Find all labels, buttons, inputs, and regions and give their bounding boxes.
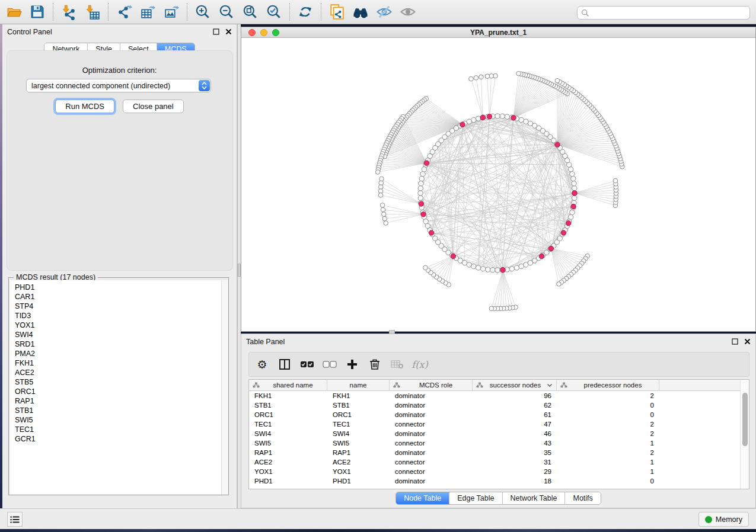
list-item[interactable]: STB5 — [15, 377, 221, 387]
mcds-hub-node[interactable] — [429, 230, 433, 235]
ring-node[interactable] — [422, 167, 426, 172]
optimization-criterion-select[interactable]: largest connected component (undirected) — [26, 79, 211, 92]
gear-icon[interactable]: ⚙ — [255, 357, 269, 371]
ring-node[interactable] — [572, 196, 577, 200]
task-history-button[interactable] — [7, 512, 23, 527]
network-graph[interactable] — [241, 38, 755, 331]
ring-node[interactable] — [570, 176, 575, 181]
tab-edge-table[interactable]: Edge Table — [449, 492, 502, 504]
zoom-selected-icon[interactable] — [264, 2, 284, 21]
leaf-node[interactable] — [469, 76, 474, 81]
table-row[interactable]: ORC1ORC1dominator610 — [249, 410, 740, 419]
mcds-hub-node[interactable] — [571, 204, 576, 209]
mcds-hub-node[interactable] — [421, 212, 426, 217]
mcds-hub-node[interactable] — [561, 230, 566, 235]
leaf-node[interactable] — [474, 76, 479, 81]
column-header-predecessor[interactable]: predecessor nodes — [557, 380, 659, 390]
list-item[interactable]: RAP1 — [15, 396, 221, 406]
ring-node[interactable] — [572, 186, 577, 191]
mcds-hub-node[interactable] — [460, 122, 465, 127]
list-item[interactable]: STP4 — [15, 302, 221, 311]
leaf-node[interactable] — [380, 203, 385, 208]
leaf-node[interactable] — [479, 75, 484, 79]
leaf-node[interactable] — [557, 282, 562, 287]
tab-network-table[interactable]: Network Table — [503, 492, 566, 504]
list-item[interactable]: TID3 — [15, 311, 221, 321]
import-network-icon[interactable] — [59, 2, 79, 21]
list-item[interactable]: PMA2 — [15, 349, 221, 358]
column-header-mcds_role[interactable]: MCDS role — [390, 380, 473, 390]
ring-node[interactable] — [524, 119, 528, 124]
ring-node[interactable] — [568, 167, 573, 172]
table-row[interactable]: ACE2ACE2connector311 — [249, 457, 740, 467]
ring-node[interactable] — [480, 266, 485, 271]
leaf-node[interactable] — [381, 207, 385, 212]
table-row[interactable]: FKH1FKH1dominator962 — [249, 391, 740, 400]
ring-node[interactable] — [570, 210, 575, 214]
split-columns-icon[interactable] — [277, 357, 292, 371]
leaf-node[interactable] — [384, 221, 388, 226]
ring-node[interactable] — [514, 265, 519, 270]
float-window-icon[interactable] — [213, 28, 219, 35]
mcds-hub-node[interactable] — [500, 267, 505, 272]
ring-node[interactable] — [418, 196, 423, 200]
ring-node[interactable] — [418, 191, 423, 196]
list-item[interactable]: GCR1 — [15, 434, 221, 444]
ring-node[interactable] — [495, 268, 500, 273]
ring-node[interactable] — [471, 264, 476, 268]
ring-node[interactable] — [418, 186, 423, 191]
select-all-checkboxes-icon[interactable] — [300, 357, 314, 371]
list-item[interactable]: CAR1 — [15, 292, 221, 302]
sort-descending-icon[interactable] — [547, 383, 553, 387]
mcds-hub-node[interactable] — [555, 142, 560, 147]
leaf-node[interactable] — [378, 193, 383, 198]
float-window-icon[interactable] — [732, 338, 738, 345]
export-image-icon[interactable] — [161, 2, 181, 21]
ring-node[interactable] — [476, 265, 480, 270]
ring-node[interactable] — [471, 117, 476, 122]
ring-node[interactable] — [509, 266, 514, 271]
close-icon[interactable] — [744, 338, 751, 345]
list-item[interactable]: SWI4 — [15, 330, 221, 339]
show-all-eye-icon[interactable] — [398, 2, 418, 21]
search-input[interactable] — [592, 9, 746, 17]
column-header-successor[interactable]: successor nodes — [473, 380, 557, 390]
table-row[interactable]: SWI5SWI5connector431 — [249, 438, 740, 448]
list-item[interactable]: TEC1 — [15, 425, 221, 434]
table-row[interactable]: TEC1TEC1connector472 — [249, 419, 740, 429]
table-scrollbar-thumb[interactable] — [742, 393, 748, 446]
ring-node[interactable] — [519, 117, 524, 122]
hide-selected-eye-icon[interactable] — [374, 2, 394, 21]
refresh-layout-icon[interactable] — [295, 2, 315, 21]
leaf-node[interactable] — [375, 170, 380, 175]
ring-node[interactable] — [486, 267, 490, 272]
table-row[interactable]: PHD1PHD1dominator180 — [249, 476, 740, 486]
leaf-node[interactable] — [485, 74, 490, 79]
ring-node[interactable] — [568, 214, 573, 219]
leaf-node[interactable] — [489, 306, 494, 311]
mcds-hub-node[interactable] — [511, 116, 516, 120]
leaf-node[interactable] — [516, 71, 521, 76]
memory-button[interactable]: Memory — [698, 512, 749, 527]
mcds-hub-node[interactable] — [487, 114, 492, 119]
ring-node[interactable] — [490, 268, 495, 273]
delete-icon[interactable] — [368, 357, 382, 371]
ring-node[interactable] — [419, 181, 423, 186]
list-item[interactable]: ORC1 — [15, 387, 221, 396]
list-item[interactable]: PHD1 — [15, 283, 221, 292]
tab-motifs[interactable]: Motifs — [565, 492, 600, 504]
list-item[interactable]: SRD1 — [15, 339, 221, 349]
leaf-node[interactable] — [381, 212, 386, 217]
mcds-hub-node[interactable] — [451, 254, 455, 258]
list-item[interactable]: FKH1 — [15, 358, 221, 368]
ring-node[interactable] — [570, 171, 575, 176]
table-row[interactable]: STB1STB1dominator620 — [249, 400, 740, 410]
table-row[interactable]: SWI4SWI4dominator462 — [249, 429, 740, 438]
tab-node-table[interactable]: Node Table — [396, 492, 449, 504]
zoom-fit-icon[interactable] — [240, 2, 260, 21]
leaf-node[interactable] — [613, 178, 618, 183]
save-icon[interactable] — [27, 2, 47, 21]
ring-node[interactable] — [495, 114, 500, 118]
export-table-icon[interactable] — [138, 2, 158, 21]
table-row[interactable]: YOX1YOX1connector291 — [249, 467, 740, 476]
